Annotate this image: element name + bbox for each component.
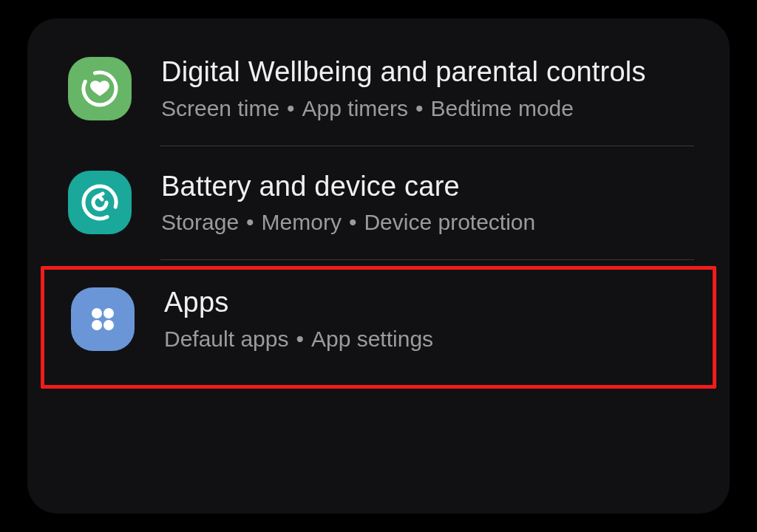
row-title: Digital Wellbeing and parental controls: [161, 55, 694, 89]
row-text: Battery and device care Storage•Memory•D…: [161, 170, 694, 236]
svg-point-2: [92, 308, 102, 318]
row-subtitle: Default apps•App settings: [164, 326, 690, 352]
row-subtitle: Screen time•App timers•Bedtime mode: [161, 95, 694, 122]
highlight-box-apps: Apps Default apps•App settings: [41, 266, 716, 389]
svg-point-4: [92, 320, 102, 330]
settings-item-device-care[interactable]: Battery and device care Storage•Memory•D…: [27, 148, 730, 259]
row-subtitle: Storage•Memory•Device protection: [161, 209, 694, 236]
svg-point-1: [78, 180, 122, 225]
divider: [160, 146, 694, 146]
settings-item-wellbeing[interactable]: Digital Wellbeing and parental controls …: [27, 33, 730, 144]
settings-item-apps[interactable]: Apps Default apps•App settings: [71, 286, 690, 352]
divider: [160, 259, 694, 260]
row-title: Battery and device care: [161, 170, 694, 204]
row-title: Apps: [164, 286, 690, 320]
apps-icon: [71, 287, 135, 351]
svg-point-5: [103, 320, 114, 330]
row-text: Apps Default apps•App settings: [164, 286, 690, 352]
settings-panel: Digital Wellbeing and parental controls …: [27, 18, 730, 514]
device-care-icon: [68, 171, 132, 234]
svg-point-3: [103, 308, 114, 318]
wellbeing-icon: [68, 57, 132, 120]
row-text: Digital Wellbeing and parental controls …: [161, 55, 694, 122]
